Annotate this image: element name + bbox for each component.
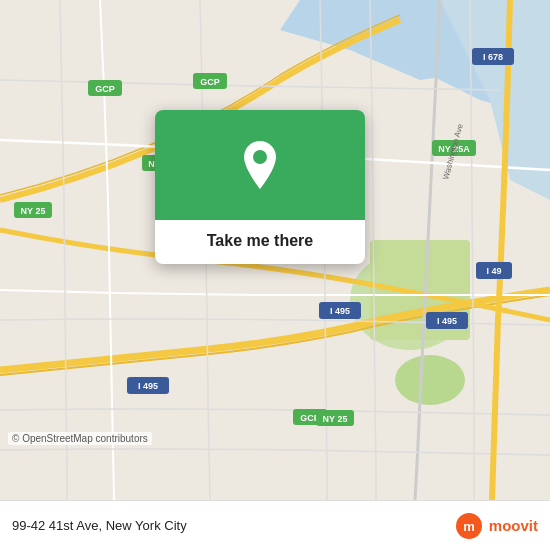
svg-text:GCP: GCP bbox=[200, 77, 220, 87]
popup-card: Take me there bbox=[155, 110, 365, 264]
svg-text:I 49: I 49 bbox=[486, 266, 501, 276]
popup-action-area: Take me there bbox=[155, 220, 365, 264]
popup-map-area bbox=[155, 110, 365, 220]
moovit-label: moovit bbox=[489, 517, 538, 534]
map-copyright: © OpenStreetMap contributors bbox=[8, 432, 152, 445]
svg-point-5 bbox=[395, 355, 465, 405]
svg-text:I 495: I 495 bbox=[138, 381, 158, 391]
svg-text:m: m bbox=[463, 519, 475, 534]
svg-point-32 bbox=[253, 150, 267, 164]
svg-text:GCP: GCP bbox=[95, 84, 115, 94]
svg-text:NY 25: NY 25 bbox=[21, 206, 46, 216]
map-container: GCP GCP GCP NY 25A NY 25A NY 25 NY 25 I … bbox=[0, 0, 550, 500]
moovit-logo: m moovit bbox=[453, 512, 538, 540]
svg-text:I 495: I 495 bbox=[437, 316, 457, 326]
svg-text:I 678: I 678 bbox=[483, 52, 503, 62]
bottom-bar: 99-42 41st Ave, New York City m moovit bbox=[0, 500, 550, 550]
take-me-there-button[interactable]: Take me there bbox=[169, 230, 351, 252]
moovit-icon: m bbox=[453, 512, 485, 540]
address-label: 99-42 41st Ave, New York City bbox=[12, 518, 187, 533]
svg-text:NY 25: NY 25 bbox=[323, 414, 348, 424]
location-pin-icon bbox=[238, 139, 282, 191]
svg-text:I 495: I 495 bbox=[330, 306, 350, 316]
